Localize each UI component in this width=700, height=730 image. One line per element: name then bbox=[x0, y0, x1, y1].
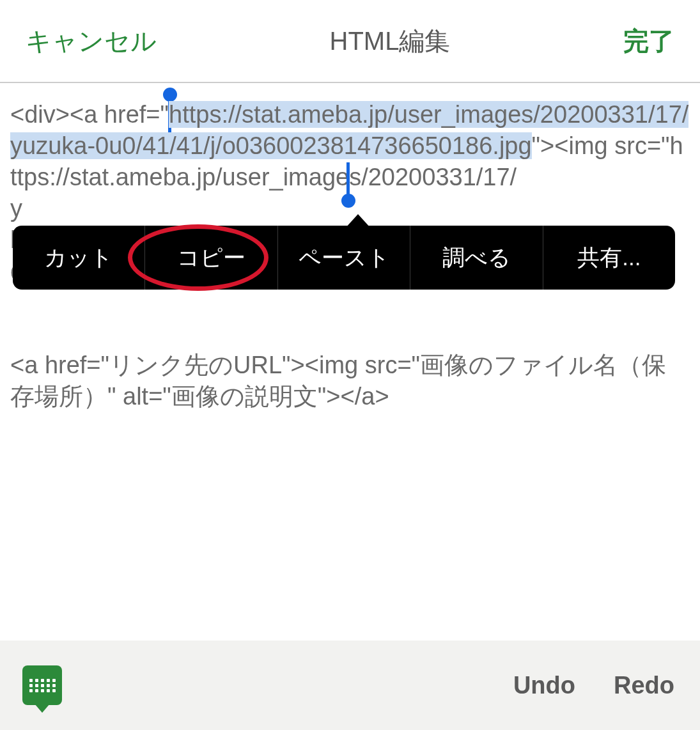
header: キャンセル HTML編集 完了 bbox=[0, 0, 700, 83]
page-title: HTML編集 bbox=[330, 24, 451, 59]
editor-area[interactable]: <div><a href="https://stat.ameba.jp/user… bbox=[0, 83, 700, 641]
done-button[interactable]: 完了 bbox=[623, 24, 674, 59]
context-menu-arrow bbox=[345, 214, 371, 228]
context-menu-cut[interactable]: カット bbox=[13, 226, 145, 290]
bottom-toolbar: Undo Redo bbox=[0, 641, 700, 730]
undo-redo-group: Undo Redo bbox=[513, 672, 674, 699]
cancel-button[interactable]: キャンセル bbox=[26, 24, 157, 59]
selection-end-bar bbox=[346, 162, 350, 194]
redo-button[interactable]: Redo bbox=[614, 672, 674, 699]
context-menu-copy[interactable]: コピー bbox=[145, 226, 277, 290]
context-menu-lookup[interactable]: 調べる bbox=[410, 226, 543, 290]
text-paragraph2: <a href="リンク先のURL"><img src="画像のファイル名（保存… bbox=[10, 352, 666, 410]
context-menu: カット コピー ペースト 調べる 共有... bbox=[13, 226, 675, 290]
text-pre-selection: <div><a href=" bbox=[10, 101, 169, 128]
context-menu-share[interactable]: 共有... bbox=[543, 226, 675, 290]
keyboard-icon-dots bbox=[29, 679, 56, 692]
context-menu-paste[interactable]: ペースト bbox=[278, 226, 410, 290]
selection-end-handle[interactable] bbox=[341, 194, 355, 208]
undo-button[interactable]: Undo bbox=[513, 672, 575, 699]
keyboard-icon[interactable] bbox=[22, 665, 62, 705]
text-line-hidden1: y bbox=[10, 195, 22, 222]
keyboard-icon-arrow bbox=[35, 704, 50, 713]
